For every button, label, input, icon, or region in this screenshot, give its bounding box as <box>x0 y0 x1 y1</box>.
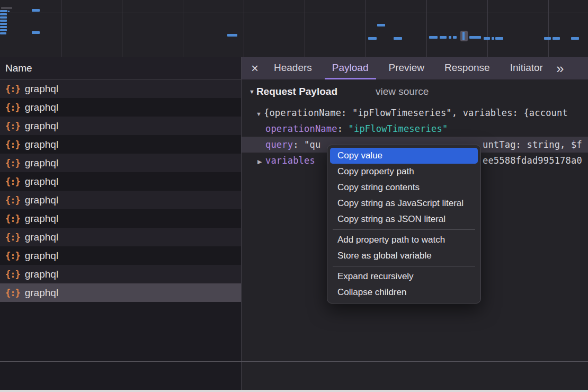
menu-item-copy-string-as-json-literal[interactable]: Copy string as JSON literal <box>327 211 480 227</box>
json-key: operationName <box>265 123 337 134</box>
request-name: graphql <box>25 102 58 113</box>
waterfall-request-bar <box>492 37 494 40</box>
waterfall-request-bar <box>0 29 7 31</box>
json-key: query <box>265 139 293 150</box>
request-row[interactable]: {:}graphql <box>0 228 241 246</box>
request-name: graphql <box>25 120 58 132</box>
json-request-icon: {:} <box>5 139 20 150</box>
disclosure-collapsed-icon[interactable]: ▶ <box>257 154 265 168</box>
json-root-row[interactable]: ▼{operationName: "ipFlowTimeseries", var… <box>242 105 588 121</box>
network-overview-timeline[interactable] <box>0 0 588 57</box>
request-row[interactable]: {:}graphql <box>0 209 241 228</box>
request-name: graphql <box>25 176 58 188</box>
json-request-icon: {:} <box>5 288 20 298</box>
json-request-icon: {:} <box>5 269 20 280</box>
request-name: graphql <box>25 194 58 206</box>
request-name: graphql <box>25 83 58 95</box>
menu-item-copy-string-contents[interactable]: Copy string contents <box>327 180 480 195</box>
tab-initiator[interactable]: Initiator <box>503 57 550 79</box>
overview-vertical-gridline <box>366 0 366 57</box>
request-row[interactable]: {:}graphql <box>0 117 241 135</box>
menu-item-copy-property-path[interactable]: Copy property path <box>327 164 480 180</box>
waterfall-request-bar <box>495 37 503 40</box>
request-name: graphql <box>25 231 58 243</box>
waterfall-request-bar <box>0 32 6 34</box>
waterfall-request-bar <box>32 9 40 12</box>
section-title: Request Payload <box>256 86 337 97</box>
json-request-icon: {:} <box>5 251 20 261</box>
page-bottom-edge <box>0 390 588 392</box>
json-request-icon: {:} <box>5 158 20 168</box>
menu-separator <box>333 229 475 230</box>
json-request-icon: {:} <box>5 232 20 243</box>
waterfall-request-bar <box>1 7 12 9</box>
summary-divider <box>0 361 588 362</box>
request-row[interactable]: {:}graphql <box>0 265 241 283</box>
json-string-value: "ipFlowTimeseries" <box>349 123 448 134</box>
request-row[interactable]: {:}graphql <box>0 172 241 191</box>
json-request-icon: {:} <box>5 102 20 113</box>
waterfall-request-bar <box>453 36 457 39</box>
request-row[interactable]: {:}graphql <box>0 283 241 302</box>
requests-table: Name {:}graphql{:}graphql{:}graphql{:}gr… <box>0 57 241 392</box>
json-row-operationName[interactable]: operationName: "ipFlowTimeseries" <box>242 121 588 137</box>
request-payload-section-header: ▼ Request Payload view source <box>242 86 588 105</box>
waterfall-request-bar <box>0 26 7 28</box>
request-row[interactable]: {:}graphql <box>0 154 241 172</box>
request-row[interactable]: {:}graphql <box>0 191 241 209</box>
tab-headers[interactable]: Headers <box>266 57 319 79</box>
section-disclosure-expanded-icon[interactable]: ▼ <box>249 88 255 95</box>
devtools-network-panel: Name {:}graphql{:}graphql{:}graphql{:}gr… <box>0 0 588 392</box>
menu-item-add-property-path-to-watch[interactable]: Add property path to watch <box>327 232 480 248</box>
json-value-fragment-right: untTag: string, $f <box>483 137 582 153</box>
request-row[interactable]: {:}graphql <box>0 79 241 98</box>
json-request-icon: {:} <box>5 176 20 187</box>
waterfall-request-bar <box>0 16 7 19</box>
tab-response[interactable]: Response <box>437 57 497 79</box>
json-request-icon: {:} <box>5 195 20 206</box>
overview-vertical-gridline <box>548 0 549 57</box>
json-value-fragment-left: "qu <box>304 139 320 150</box>
overview-vertical-gridline <box>183 0 183 57</box>
detail-tabs-bar: × HeadersPayloadPreviewResponseInitiator… <box>242 57 588 79</box>
request-name: graphql <box>25 250 58 262</box>
waterfall-request-bar <box>544 37 551 40</box>
overview-vertical-gridline <box>244 0 244 57</box>
waterfall-request-bar <box>553 37 560 40</box>
menu-item-store-as-global-variable[interactable]: Store as global variable <box>327 248 480 264</box>
menu-item-expand-recursively[interactable]: Expand recursively <box>327 269 480 284</box>
waterfall-request-bar <box>484 37 490 40</box>
request-name: graphql <box>25 213 58 225</box>
waterfall-request-bar <box>394 37 402 40</box>
request-name: graphql <box>25 287 58 299</box>
menu-item-copy-string-as-javascript-literal[interactable]: Copy string as JavaScript literal <box>327 195 480 211</box>
tab-preview[interactable]: Preview <box>381 57 432 79</box>
json-request-icon: {:} <box>5 84 20 94</box>
request-name: graphql <box>25 157 58 169</box>
overview-vertical-gridline <box>122 0 122 57</box>
column-header-name[interactable]: Name <box>0 57 241 79</box>
column-header-label: Name <box>5 63 32 74</box>
waterfall-request-bar <box>0 20 7 22</box>
request-row[interactable]: {:}graphql <box>0 135 241 154</box>
request-row[interactable]: {:}graphql <box>0 246 241 265</box>
close-icon[interactable]: × <box>246 57 264 79</box>
disclosure-expanded-icon[interactable]: ▼ <box>256 106 264 121</box>
menu-separator <box>333 266 475 266</box>
waterfall-request-bar <box>0 13 7 15</box>
request-row[interactable]: {:}graphql <box>0 98 241 117</box>
json-root-preview: {operationName: "ipFlowTimeseries", vari… <box>264 108 568 118</box>
overview-horizontal-gridline <box>0 13 588 13</box>
waterfall-request-bar <box>449 36 451 39</box>
more-tabs-icon[interactable]: » <box>556 57 564 79</box>
tab-payload[interactable]: Payload <box>325 57 376 79</box>
requests-list: {:}graphql{:}graphql{:}graphql{:}graphql… <box>0 79 241 302</box>
waterfall-request-bar <box>429 36 438 39</box>
waterfall-request-bar <box>8 11 10 12</box>
menu-item-copy-value[interactable]: Copy value <box>330 148 478 164</box>
request-name: graphql <box>25 139 58 150</box>
menu-item-collapse-children[interactable]: Collapse children <box>327 284 480 300</box>
view-source-link[interactable]: view source <box>376 86 429 97</box>
json-key: variables <box>265 155 315 166</box>
overview-vertical-gridline <box>305 0 305 57</box>
